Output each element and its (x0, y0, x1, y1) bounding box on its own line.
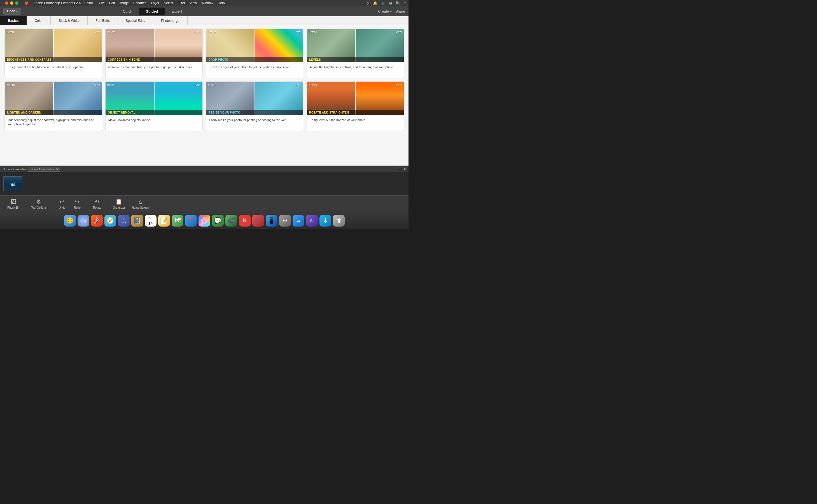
guide-image-crop: Before After CROP PHOTO (207, 29, 303, 62)
list-view-icon[interactable]: ☰ (398, 167, 402, 171)
toolbar-undo[interactable]: ↩ Undo (55, 197, 69, 210)
minimize-button[interactable] (10, 1, 13, 5)
guide-title-object: OBJECT REMOVAL (105, 110, 202, 115)
dock-photos[interactable]: 🌸 (198, 215, 210, 227)
share-button[interactable]: Share (395, 9, 405, 13)
guide-card-object-removal[interactable]: Before After OBJECT REMOVAL Make unwante… (105, 81, 203, 131)
menu-image[interactable]: Image (117, 1, 131, 6)
photo-bin-content: 🐋 (0, 172, 408, 195)
siri-icon[interactable]: 🎙 (366, 1, 370, 5)
airplay-icon[interactable]: 📺 (381, 1, 385, 5)
notification-icon[interactable]: 🔔 (373, 1, 377, 5)
guide-desc-lighten: Independently adjust the shadows, highli… (5, 115, 102, 131)
creative-cloud-icon: ☁ (296, 218, 301, 223)
guide-image-rotate: Before After ROTATE AND STRAIGHTEN (307, 82, 404, 115)
dock-safari[interactable]: 🧭 (104, 215, 116, 227)
before-label-7: Before (208, 83, 216, 86)
show-files-label: Show Open Files (3, 168, 26, 171)
tab-expert[interactable]: Expert (164, 8, 189, 15)
expand-icon[interactable]: ▾ (404, 167, 406, 171)
open-button[interactable]: Open ▾ (3, 8, 21, 15)
toolbar-home-screen[interactable]: ⌂ Home Screen (129, 197, 152, 210)
home-label: Home Screen (132, 206, 149, 209)
calendar-date-label: 14 (148, 221, 153, 225)
dock-adobe-pse[interactable]: Ai (306, 215, 318, 227)
photo-bin-dropdown[interactable]: Show Open Files (28, 167, 60, 172)
dock-launchpad[interactable]: 🚀 (91, 215, 103, 227)
menu-edit[interactable]: Edit (107, 1, 117, 6)
photo-thumbnail[interactable]: 🐋 (3, 176, 22, 191)
guide-title-lighten: LIGHTEN AND DARKEN (5, 110, 102, 115)
menu-enhance[interactable]: Enhance (131, 1, 149, 6)
fullscreen-button[interactable] (15, 1, 18, 5)
menu-filter[interactable]: Filter (175, 1, 187, 6)
guide-desc-skin-tone: Remove a color cast from your photo to g… (105, 62, 202, 78)
dock-music[interactable]: 🎵 (252, 215, 264, 227)
grid-icon[interactable]: ≡ (403, 1, 406, 5)
maps3d-icon: 📍 (187, 217, 194, 224)
photo-bin-label: Photo Bin (7, 206, 19, 209)
guide-desc-brightness-contrast: Easily correct the brightness and contra… (5, 62, 102, 78)
guide-card-rotate-straighten[interactable]: Before After ROTATE AND STRAIGHTEN Easil… (307, 81, 404, 131)
toolbar-divider-1 (25, 198, 25, 209)
guide-card-resize[interactable]: Before After RESIZE YOUR PHOTO Easily re… (206, 81, 304, 131)
guide-card-crop-photo[interactable]: Before After CROP PHOTO Trim the edges o… (206, 29, 304, 78)
dock-news[interactable]: N (239, 215, 251, 227)
guide-card-brightness-contrast[interactable]: Before After BRIGHTNESS AND CONTRAST Eas… (4, 29, 102, 78)
dock-appstore[interactable]: 📱 (266, 215, 278, 227)
guide-card-levels[interactable]: Before After LEVELS Adjust the brightnes… (307, 29, 404, 78)
cat-tab-basics[interactable]: Basics (0, 16, 27, 25)
dock-notefile[interactable]: 📓 (131, 215, 143, 227)
dock-notes[interactable]: 📝 (158, 215, 170, 227)
dock-creative-cloud[interactable]: ☁ (293, 215, 304, 227)
menu-select[interactable]: Select (161, 1, 175, 6)
cat-tab-black-white[interactable]: Black & White (51, 16, 88, 25)
open-label: Open (7, 9, 15, 13)
display-icon[interactable]: 🖥 (389, 1, 392, 5)
guide-card-correct-skin-tone[interactable]: Before After CORRECT SKIN TONE Remove a … (105, 29, 203, 78)
dock-maps3d[interactable]: 📍 (185, 215, 197, 227)
guide-card-lighten-darken[interactable]: Before After LIGHTEN AND DARKEN Independ… (4, 81, 102, 131)
dock-preferences[interactable]: ⚙ (279, 215, 291, 227)
dock-maps[interactable]: 🗺 (171, 215, 183, 227)
menu-item-apple[interactable]: 🍎 (22, 1, 31, 6)
dock-downloader[interactable]: ⬇ (320, 215, 331, 227)
menu-layer[interactable]: Layer (149, 1, 161, 6)
guide-desc-levels: Adjust the brightness, contrast, and ton… (307, 62, 404, 78)
tab-guided[interactable]: Guided (139, 8, 165, 15)
dock-messages[interactable]: 💬 (212, 215, 224, 227)
cat-tab-fun-edits[interactable]: Fun Edits (88, 16, 118, 25)
menu-window[interactable]: Window (199, 1, 216, 6)
dock-finder[interactable]: 😊 (64, 215, 76, 227)
before-label-6: Before (107, 83, 115, 86)
dock-trash[interactable]: 🗑 (333, 215, 345, 227)
guide-image-levels: Before After LEVELS (307, 29, 404, 62)
toolbar-redo[interactable]: ↪ Redo (70, 197, 84, 210)
dock-siri[interactable]: ◯ (77, 215, 89, 227)
tab-quick[interactable]: Quick (116, 8, 138, 15)
cat-tab-photomerge[interactable]: Photomerge (153, 16, 187, 25)
dock-calendar[interactable]: OCT 14 (145, 215, 156, 227)
toolbar-tool-options[interactable]: ⚙ Tool Options (28, 197, 49, 210)
before-label: Before (6, 30, 15, 34)
menu-view[interactable]: View (187, 1, 199, 6)
create-button[interactable]: Create ▾ (378, 9, 392, 13)
dock-kismac[interactable]: 🎣 (118, 215, 130, 227)
tool-options-icon: ⚙ (36, 198, 41, 205)
dock-facetime[interactable]: 📹 (226, 215, 237, 227)
close-button[interactable] (5, 1, 8, 5)
menu-file[interactable]: File (97, 1, 107, 6)
toolbar-divider-3 (87, 198, 87, 209)
before-label-4: Before (309, 30, 317, 34)
top-right-actions: Create ▾ Share (378, 9, 405, 13)
toolbar-rotate[interactable]: ↻ Rotate (90, 197, 104, 210)
search-icon[interactable]: 🔍 (396, 1, 400, 5)
toolbar-photo-bin[interactable]: 🖼 Photo Bin (4, 197, 22, 210)
cat-tab-special-edits[interactable]: Special Edits (118, 16, 153, 25)
kismac-icon: 🎣 (120, 217, 127, 224)
cat-tab-color[interactable]: Color (27, 16, 51, 25)
toolbar-organizer[interactable]: 📋 Organizer (110, 197, 128, 210)
menu-help[interactable]: Help (216, 1, 227, 6)
messages-icon: 💬 (214, 217, 222, 224)
maps-icon: 🗺 (174, 217, 180, 224)
